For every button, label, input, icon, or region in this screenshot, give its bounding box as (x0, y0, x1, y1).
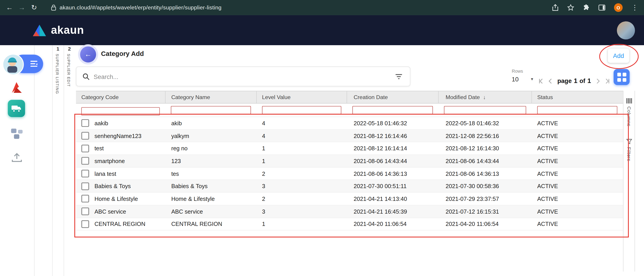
row-checkbox[interactable] (82, 195, 89, 203)
next-page-button[interactable] (596, 78, 600, 84)
previous-page-button[interactable] (548, 78, 552, 84)
browser-forward-icon[interactable]: → (16, 0, 28, 15)
search-icon (82, 73, 90, 80)
column-header-modified-date[interactable]: Modified Date↓ (439, 91, 532, 103)
column-header-creation-date[interactable]: Creation Date (347, 91, 439, 103)
row-checkbox[interactable] (82, 182, 89, 190)
table-cell: ACTIVE (532, 120, 623, 126)
tab-supplier-listing[interactable]: SUPPLIER LISTING (55, 54, 59, 94)
cell-text: 2021-12-08 22:56:16 (446, 132, 499, 139)
rows-per-page-label: Rows (512, 69, 523, 74)
first-page-button[interactable] (538, 78, 544, 84)
row-checkbox[interactable] (82, 157, 89, 165)
filter-input-status[interactable] (537, 106, 617, 114)
table-row[interactable]: CENTRAL REGIONCENTRAL REGION12021-04-20 … (76, 218, 623, 230)
side-panel-icon[interactable] (598, 4, 605, 11)
filter-list-icon[interactable] (395, 74, 402, 79)
last-page-button[interactable] (604, 78, 610, 84)
cell-text: ACTIVE (537, 170, 558, 177)
cell-text: ACTIVE (537, 208, 558, 215)
column-header-category-code[interactable]: Category Code (76, 91, 166, 103)
table-cell: 2021-04-20 11:06:54 (439, 221, 532, 227)
row-checkbox[interactable] (82, 132, 89, 140)
cell-text: reg no (171, 145, 188, 152)
row-checkbox[interactable] (82, 208, 89, 216)
row-checkbox[interactable] (82, 220, 89, 228)
table-cell: ACTIVE (532, 183, 623, 190)
tab-supplier-edit[interactable]: SUPPLIER EDIT (67, 54, 71, 87)
columns-icon[interactable] (626, 98, 632, 104)
table-cell: 2021-04-21 14:13:40 (347, 196, 439, 202)
row-checkbox[interactable] (82, 144, 89, 152)
row-checkbox[interactable] (82, 170, 89, 178)
add-button[interactable]: Add (608, 48, 629, 63)
menu-lines-icon (30, 60, 38, 67)
column-header-status[interactable]: Status (532, 91, 623, 103)
filter-input-level-value[interactable] (262, 106, 341, 114)
bookmark-star-icon[interactable] (567, 4, 574, 11)
cell-text: 2021-07-30 00:51:11 (354, 183, 406, 190)
browser-back-icon[interactable]: ← (3, 0, 16, 15)
table-row[interactable]: testreg no12021-08-12 16:14:142021-08-12… (76, 142, 623, 155)
table-cell: Babies & Toys (166, 183, 257, 190)
tab-2-number[interactable]: 2 (64, 46, 75, 52)
cell-text: ACTIVE (537, 183, 558, 190)
filter-input-category-code[interactable] (82, 107, 160, 116)
share-icon[interactable] (552, 4, 558, 11)
table-row[interactable]: Babies & ToysBabies & Toys32021-07-30 00… (76, 180, 623, 192)
table-cell: 2021-07-12 16:15:31 (439, 208, 532, 215)
extensions-puzzle-icon[interactable] (583, 4, 590, 11)
filter-input-creation-date[interactable] (352, 106, 433, 114)
akaun-logo[interactable]: akaun (32, 24, 84, 37)
sort-desc-icon[interactable]: ↓ (483, 94, 486, 100)
grid-view-button[interactable] (614, 69, 630, 85)
table-row[interactable]: Home & LifestyleHome & Lifestyle22021-04… (76, 193, 623, 205)
truck-applet-button[interactable] (8, 100, 25, 117)
table-cell: 2021-08-06 14:43:44 (439, 158, 532, 164)
entity-cluster-icon[interactable] (10, 128, 24, 141)
table-row[interactable]: ABC serviceABC service32021-04-21 16:45:… (76, 205, 623, 218)
screenshot-root: ← → ↻ akaun.cloud/#/applets/wavelet/erp/… (0, 0, 644, 276)
table-cell: 2021-07-30 00:58:36 (439, 183, 532, 190)
lock-icon[interactable] (51, 4, 56, 11)
rows-per-page-select[interactable]: 10 ▾ (512, 76, 533, 82)
browser-reload-icon[interactable]: ↻ (28, 0, 40, 15)
cell-text: 2021-04-21 16:45:39 (354, 208, 407, 215)
filters-panel-button[interactable]: Filters (626, 147, 632, 161)
browser-profile-avatar[interactable]: O (614, 3, 623, 12)
rows-per-page-value: 10 (512, 76, 519, 82)
column-header-category-name[interactable]: Category Name (166, 91, 257, 103)
cell-text: 2022-05-18 01:46:32 (446, 120, 499, 126)
page-indicator: page 1 of 1 (557, 77, 591, 84)
column-header-level-value[interactable]: Level Value (257, 91, 347, 103)
cell-text: 2021-08-06 14:36:13 (354, 170, 407, 177)
cell-text: 2021-07-12 16:15:31 (446, 208, 499, 215)
address-bar-url[interactable]: akaun.cloud/#/applets/wavelet/erp/entity… (60, 4, 222, 11)
table-cell: test (76, 144, 166, 152)
app-header: akaun (0, 15, 644, 45)
back-button[interactable]: ← (80, 46, 96, 63)
cell-text: smartphone (94, 158, 125, 164)
filters-funnel-icon[interactable] (626, 139, 632, 144)
filter-input-category-name[interactable] (171, 106, 251, 114)
table-row[interactable]: lana testtes22021-08-06 14:36:132021-08-… (76, 168, 623, 180)
table-row[interactable]: senhengName123yalkym42021-08-12 16:14:46… (76, 130, 623, 142)
table-cell: 3 (257, 208, 347, 215)
columns-panel-button[interactable]: Columns (626, 106, 632, 126)
cell-text: ABC service (171, 208, 203, 215)
table-row[interactable]: aakibakib42022-05-18 01:46:322022-05-18 … (76, 117, 623, 130)
row-checkbox[interactable] (82, 119, 89, 127)
filter-input-modified-date[interactable] (444, 106, 526, 114)
table-body: aakibakib42022-05-18 01:46:322022-05-18 … (76, 117, 623, 230)
supplier-applet-avatar-icon[interactable] (2, 54, 24, 75)
browser-menu-icon[interactable]: ⋮ (631, 3, 638, 12)
red-logo-icon[interactable] (11, 82, 23, 95)
tab-1-number[interactable]: 1 (52, 46, 64, 52)
table-row[interactable]: smartphone12312021-08-06 14:43:442021-08… (76, 155, 623, 168)
user-avatar[interactable] (617, 21, 635, 39)
chevron-down-icon: ▾ (531, 76, 533, 82)
search-input[interactable] (93, 72, 395, 80)
modified-date-label: Modified Date (446, 94, 480, 100)
table-cell: 123 (166, 158, 257, 164)
upload-icon[interactable] (11, 153, 22, 164)
